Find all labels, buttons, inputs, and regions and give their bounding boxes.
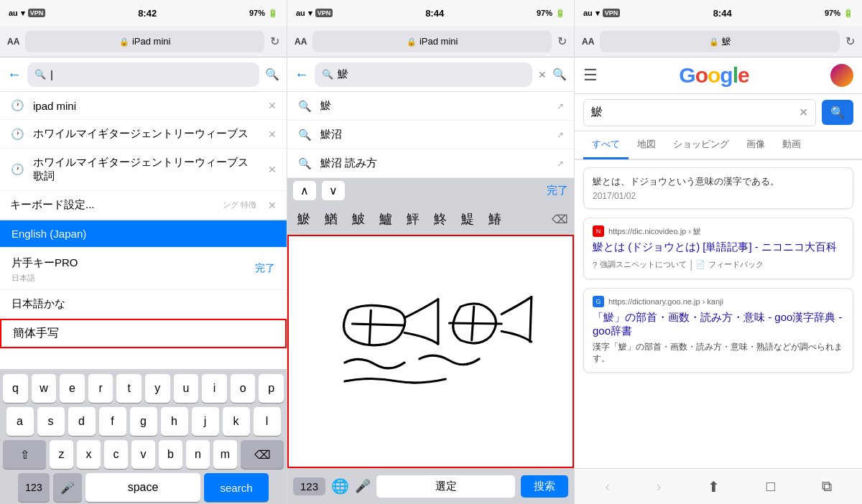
list-item[interactable]: 🔍 鯲沼 ↗ bbox=[287, 121, 574, 149]
reload-button-3[interactable]: ↻ bbox=[845, 34, 855, 48]
p2-globe-icon[interactable]: 🌐 bbox=[331, 477, 349, 495]
key-p[interactable]: p bbox=[259, 374, 284, 403]
key-q[interactable]: q bbox=[3, 374, 28, 403]
result-title-goo[interactable]: 「鯲」の部首・画数・読み方・意味 - goo漢字辞典 - goo辞書 bbox=[593, 310, 844, 338]
aa-button-1[interactable]: AA bbox=[7, 37, 19, 47]
key-s[interactable]: s bbox=[37, 407, 65, 436]
nav-down-btn[interactable]: ∨ bbox=[322, 181, 345, 200]
clear-icon-1b[interactable]: ✕ bbox=[268, 129, 277, 140]
clear-icon-1c[interactable]: ✕ bbox=[268, 164, 277, 175]
tab-shopping[interactable]: ショッピング bbox=[664, 131, 738, 159]
key-l[interactable]: l bbox=[254, 407, 281, 436]
key-o[interactable]: o bbox=[231, 374, 256, 403]
back-button-1[interactable]: ← bbox=[7, 66, 22, 83]
candidate-1[interactable]: 鰌 bbox=[320, 209, 342, 229]
clear-search-2[interactable]: ✕ bbox=[538, 69, 547, 80]
url-box-2[interactable]: iPad mini bbox=[312, 31, 552, 52]
key-b[interactable]: b bbox=[159, 440, 182, 469]
tab-maps[interactable]: 地図 bbox=[629, 131, 664, 159]
key-backspace[interactable]: ⌫ bbox=[241, 440, 284, 469]
reload-button-2[interactable]: ↻ bbox=[557, 34, 567, 48]
list-item[interactable]: 🔍 鯲 ↗ bbox=[287, 92, 574, 121]
snippet-link-2[interactable]: フィードバック bbox=[708, 259, 764, 270]
key-t[interactable]: t bbox=[116, 374, 142, 403]
key-f[interactable]: f bbox=[99, 407, 126, 436]
key-shift[interactable]: ⇧ bbox=[3, 440, 46, 469]
key-m[interactable]: m bbox=[213, 440, 237, 469]
url-box-3[interactable]: 鯲 bbox=[600, 31, 840, 52]
search-input-box-1[interactable]: 🔍 | bbox=[27, 62, 259, 87]
nav-share-btn[interactable]: ⬆ bbox=[708, 478, 720, 495]
key-v[interactable]: v bbox=[131, 440, 155, 469]
clear-kbd-icon[interactable]: ✕ bbox=[268, 200, 277, 211]
key-e[interactable]: e bbox=[60, 374, 85, 403]
handwriting-area[interactable] bbox=[287, 235, 574, 468]
search-input-box-2[interactable]: 🔍 鯲 bbox=[315, 62, 532, 87]
key-y[interactable]: y bbox=[145, 374, 170, 403]
nav-tabs-btn[interactable]: ⧉ bbox=[822, 478, 832, 495]
candidate-6[interactable]: 鯷 bbox=[457, 209, 478, 229]
key-w[interactable]: w bbox=[32, 374, 57, 403]
key-mic[interactable]: 🎤 bbox=[53, 473, 82, 502]
p2-select-btn[interactable]: 選定 bbox=[376, 475, 515, 498]
kbd-item-english[interactable]: English (Japan) bbox=[0, 220, 287, 248]
candidate-2[interactable]: 鮍 bbox=[348, 209, 369, 229]
key-r[interactable]: r bbox=[88, 374, 113, 403]
kbd-item-chinese[interactable]: 簡体手写 bbox=[0, 319, 287, 348]
list-item[interactable]: 🕐 ホワイルマイギタージェントリーウィーブス 歌詞 ✕ bbox=[0, 149, 287, 191]
nav-up-btn[interactable]: ∧ bbox=[293, 181, 316, 200]
key-k[interactable]: k bbox=[223, 407, 250, 436]
key-d[interactable]: d bbox=[68, 407, 96, 436]
nav-back-btn[interactable]: ‹ bbox=[605, 478, 610, 495]
key-u[interactable]: u bbox=[174, 374, 199, 403]
kbd-item-katate[interactable]: 片手キーPRO bbox=[11, 253, 78, 273]
snippet-link-1[interactable]: 強調スニペットについて bbox=[600, 259, 687, 270]
candidate-7[interactable]: 鰆 bbox=[484, 209, 506, 229]
list-item[interactable]: 🔍 鯲沼 読み方 ↗ bbox=[287, 149, 574, 178]
nav-books-btn[interactable]: □ bbox=[766, 478, 775, 495]
key-a[interactable]: a bbox=[6, 407, 34, 436]
candidate-delete-icon[interactable]: ⌫ bbox=[552, 213, 568, 226]
key-c[interactable]: c bbox=[104, 440, 128, 469]
hamburger-icon[interactable]: ☰ bbox=[583, 66, 598, 85]
nav-forward-btn[interactable]: › bbox=[657, 478, 662, 495]
kbd-item-hiragana[interactable]: 日本語かな bbox=[0, 290, 287, 319]
aa-button-3[interactable]: AA bbox=[582, 37, 594, 47]
aa-button-2[interactable]: AA bbox=[295, 37, 307, 47]
search-icon-2[interactable]: 🔍 bbox=[552, 67, 567, 81]
p3-search-btn[interactable]: 🔍 bbox=[822, 100, 853, 125]
list-item[interactable]: 🕐 ホワイルマイギタージェントリーウィーブス ✕ bbox=[0, 120, 287, 149]
key-h[interactable]: h bbox=[161, 407, 188, 436]
p2-mic-icon[interactable]: 🎤 bbox=[355, 478, 371, 494]
key-search[interactable]: search bbox=[204, 473, 269, 502]
avatar[interactable] bbox=[830, 64, 853, 87]
clear-icon-1a[interactable]: ✕ bbox=[268, 100, 277, 111]
key-num[interactable]: 123 bbox=[18, 473, 50, 502]
tab-images[interactable]: 画像 bbox=[738, 131, 774, 159]
key-i[interactable]: i bbox=[202, 374, 227, 403]
key-g[interactable]: g bbox=[130, 407, 157, 436]
reload-button-1[interactable]: ↻ bbox=[270, 34, 279, 48]
key-z[interactable]: z bbox=[50, 440, 73, 469]
candidate-5[interactable]: 鮗 bbox=[430, 209, 451, 229]
p3-search-box[interactable]: 鯲 ✕ bbox=[583, 99, 816, 126]
candidate-4[interactable]: 鮃 bbox=[402, 209, 424, 229]
key-space[interactable]: space bbox=[85, 473, 200, 502]
result-title-nico[interactable]: 鯲とは (ドジョウとは) [単語記事] - ニコニコ大百科 bbox=[593, 240, 844, 254]
search-icon-blue-1[interactable]: 🔍 bbox=[265, 67, 279, 81]
p2-num-key[interactable]: 123 bbox=[293, 477, 325, 495]
keyboard-settings-item[interactable]: キーボード設定... ング 特徴 ✕ bbox=[0, 191, 287, 220]
candidate-3[interactable]: 鱸 bbox=[375, 209, 397, 229]
p3-clear-icon[interactable]: ✕ bbox=[799, 106, 808, 119]
key-j[interactable]: j bbox=[192, 407, 219, 436]
back-button-2[interactable]: ← bbox=[295, 66, 309, 83]
tab-all[interactable]: すべて bbox=[583, 131, 629, 159]
nav-done-btn[interactable]: 完了 bbox=[547, 184, 568, 197]
done-btn-katate[interactable]: 完了 bbox=[255, 262, 275, 275]
p2-search-btn[interactable]: 搜索 bbox=[521, 475, 568, 498]
list-item[interactable]: 🕐 ipad mini ✕ bbox=[0, 92, 287, 120]
candidate-0[interactable]: 鯲 bbox=[293, 209, 315, 229]
key-x[interactable]: x bbox=[77, 440, 101, 469]
url-box-1[interactable]: iPad mini bbox=[25, 31, 264, 52]
tab-videos[interactable]: 動画 bbox=[774, 131, 810, 159]
